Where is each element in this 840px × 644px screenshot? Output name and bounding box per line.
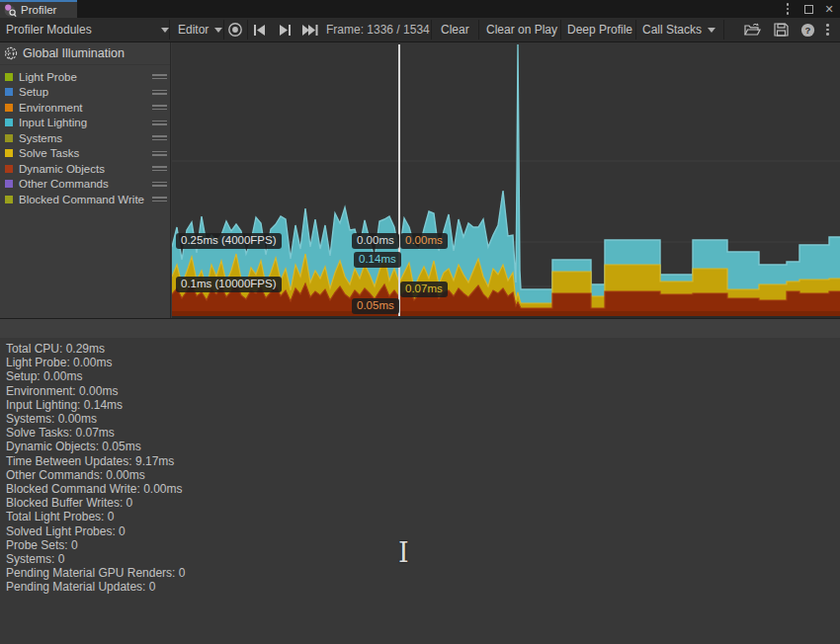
drag-handle-icon[interactable] bbox=[152, 72, 167, 81]
legend-item-input-lighting[interactable]: Input Lighting bbox=[0, 116, 170, 131]
skip-forward-icon bbox=[301, 25, 318, 36]
frame-value-label: 0.07ms bbox=[400, 282, 448, 297]
skip-back-icon bbox=[253, 25, 267, 36]
legend-item-environment[interactable]: Environment bbox=[0, 100, 170, 116]
global-illumination-icon bbox=[4, 46, 18, 60]
help-icon: ? bbox=[800, 23, 815, 38]
module-header[interactable]: Global Illumination bbox=[0, 42, 170, 65]
first-frame-button[interactable] bbox=[253, 18, 267, 41]
stat-line: Pending Material Updates: 0 bbox=[6, 580, 840, 594]
legend-item-solve-tasks[interactable]: Solve Tasks bbox=[0, 146, 170, 162]
profiler-toolbar: Profiler Modules Editor bbox=[0, 18, 840, 42]
clear-button[interactable]: Clear bbox=[441, 18, 469, 41]
drag-handle-icon[interactable] bbox=[152, 149, 167, 158]
cpu-usage-chart[interactable]: 0.25ms (4000FPS)0.1ms (10000FPS)0.00ms0.… bbox=[172, 42, 840, 318]
help-button[interactable]: ? bbox=[800, 18, 815, 41]
next-frame-button[interactable] bbox=[278, 18, 292, 41]
stat-line: Time Between Updates: 9.17ms bbox=[6, 454, 840, 468]
frame-stats: Total CPU: 0.29msLight Probe: 0.00msSetu… bbox=[0, 338, 840, 595]
title-bar: Profiler ✕ bbox=[0, 0, 840, 18]
legend-item-other-commands[interactable]: Other Commands bbox=[0, 177, 170, 193]
series-color-swatch bbox=[5, 104, 13, 112]
legend-label: Solve Tasks bbox=[19, 147, 152, 159]
drag-handle-icon[interactable] bbox=[152, 180, 167, 189]
legend-label: Blocked Command Write bbox=[19, 194, 152, 205]
frame-value-label: 0.14ms bbox=[354, 252, 401, 268]
module-sidebar: Global Illumination Light ProbeSetupEnvi… bbox=[0, 42, 171, 318]
load-folder-icon bbox=[744, 23, 761, 37]
chart-legend: Light ProbeSetupEnvironmentInput Lightin… bbox=[0, 65, 170, 207]
window-maximize-icon[interactable] bbox=[801, 2, 815, 16]
legend-label: Environment bbox=[19, 102, 152, 114]
frame-counter: Frame: 1336 / 1534 bbox=[326, 18, 430, 41]
series-color-swatch bbox=[5, 196, 13, 203]
legend-item-light-probe[interactable]: Light Probe bbox=[0, 69, 170, 85]
tab-title: Profiler bbox=[21, 4, 56, 16]
stat-line: Probe Sets: 0 bbox=[6, 538, 840, 552]
stat-line: Solved Light Probes: 0 bbox=[6, 524, 840, 538]
svg-text:?: ? bbox=[805, 25, 811, 36]
chevron-down-icon bbox=[214, 28, 222, 33]
series-color-swatch bbox=[5, 73, 13, 81]
drag-handle-icon[interactable] bbox=[152, 195, 167, 203]
drag-handle-icon[interactable] bbox=[152, 164, 167, 173]
legend-label: Input Lighting bbox=[19, 117, 152, 128]
legend-label: Dynamic Objects bbox=[19, 163, 152, 175]
drag-handle-icon[interactable] bbox=[152, 119, 167, 127]
series-color-swatch bbox=[5, 165, 13, 173]
axis-scale-label: 0.1ms (10000FPS) bbox=[176, 277, 282, 292]
chevron-down-icon bbox=[161, 28, 169, 33]
step-forward-icon bbox=[278, 25, 292, 36]
record-icon bbox=[227, 22, 243, 38]
text-cursor: I bbox=[398, 537, 409, 568]
current-frame-button[interactable] bbox=[301, 18, 318, 41]
series-base-strip bbox=[172, 311, 840, 316]
legend-item-blocked-command-write[interactable]: Blocked Command Write bbox=[0, 192, 170, 207]
record-button[interactable] bbox=[227, 18, 243, 41]
profiler-modules-dropdown[interactable]: Profiler Modules bbox=[6, 18, 92, 41]
deep-profile-button[interactable]: Deep Profile bbox=[567, 18, 632, 41]
legend-label: Setup bbox=[19, 86, 152, 98]
legend-label: Systems bbox=[19, 132, 152, 144]
legend-item-setup[interactable]: Setup bbox=[0, 85, 170, 101]
stat-line: Light Probe: 0.00ms bbox=[6, 356, 840, 369]
series-color-swatch bbox=[5, 149, 13, 157]
window-close-icon[interactable]: ✕ bbox=[822, 2, 836, 16]
stat-line: Other Commands: 0.00ms bbox=[6, 468, 840, 482]
stat-line: Systems: 0 bbox=[6, 552, 840, 566]
stat-line: Setup: 0.00ms bbox=[6, 369, 840, 383]
module-title: Global Illumination bbox=[23, 46, 125, 60]
drag-handle-icon[interactable] bbox=[152, 133, 167, 142]
drag-handle-icon[interactable] bbox=[152, 88, 167, 97]
series-color-swatch bbox=[5, 119, 13, 126]
window-menu-icon[interactable] bbox=[781, 2, 795, 16]
stat-line: Systems: 0.00ms bbox=[6, 412, 840, 426]
stat-line: Environment: 0.00ms bbox=[6, 384, 840, 398]
axis-scale-label: 0.25ms (4000FPS) bbox=[176, 233, 282, 249]
series-color-swatch bbox=[5, 134, 13, 142]
chevron-down-icon bbox=[708, 28, 715, 33]
stat-line: Dynamic Objects: 0.05ms bbox=[6, 440, 840, 453]
stat-line: Input Lighting: 0.14ms bbox=[6, 398, 840, 412]
profiler-tab-icon bbox=[4, 4, 17, 17]
legend-label: Other Commands bbox=[19, 178, 152, 190]
toolbar-more-button[interactable] bbox=[826, 18, 829, 41]
stat-line: Total Light Probes: 0 bbox=[6, 510, 840, 523]
editor-target-dropdown[interactable]: Editor bbox=[178, 18, 222, 41]
call-stacks-dropdown[interactable]: Call Stacks bbox=[642, 18, 715, 41]
frame-value-label: 0.00ms bbox=[400, 233, 448, 249]
series-color-swatch bbox=[5, 180, 13, 188]
legend-item-systems[interactable]: Systems bbox=[0, 130, 170, 146]
chart-pane: Global Illumination Light ProbeSetupEnvi… bbox=[0, 42, 840, 318]
clear-on-play-button[interactable]: Clear on Play bbox=[486, 18, 557, 41]
details-pane: Total CPU: 0.29msLight Probe: 0.00msSetu… bbox=[0, 318, 840, 644]
stat-line: Solve Tasks: 0.07ms bbox=[6, 426, 840, 440]
stat-line: Pending Material GPU Renders: 0 bbox=[6, 566, 840, 580]
legend-item-dynamic-objects[interactable]: Dynamic Objects bbox=[0, 161, 170, 177]
load-profile-button[interactable] bbox=[744, 18, 761, 41]
tab-profiler[interactable]: Profiler bbox=[0, 0, 77, 18]
stat-line: Blocked Command Write: 0.00ms bbox=[6, 482, 840, 496]
drag-handle-icon[interactable] bbox=[152, 103, 167, 112]
save-profile-button[interactable] bbox=[774, 18, 789, 41]
details-toolbar-strip bbox=[0, 319, 840, 338]
